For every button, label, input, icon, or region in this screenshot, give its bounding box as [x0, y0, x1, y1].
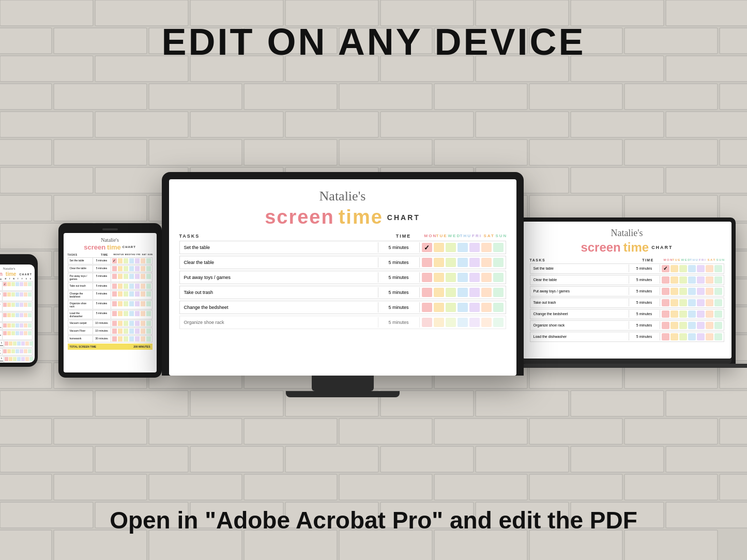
monitor-task-row-3: Put away toys / games 5 minutes: [179, 271, 506, 284]
laptop-screen: Natalie's screen time CHART TASKS TIME M…: [523, 222, 731, 359]
monitor-task-row-4: Take out trash 5 minutes: [179, 286, 506, 299]
laptop-hinge: [523, 359, 731, 364]
phone-notch: [0, 258, 20, 262]
monitor-task-row-5: Change the bedsheet 5 minutes: [179, 301, 506, 314]
tablet-chart-name: Natalie's: [101, 237, 119, 243]
phone-task-row-3: Put away toys 5 min: [0, 302, 33, 312]
monitor-time-header: TIME: [383, 234, 424, 239]
phone-device: Natalie's screen time CHART TASKS TIME M: [0, 254, 38, 367]
tablet-total-label: TOTAL SCREEN TIME: [70, 345, 97, 348]
tablet-total-value: 200 MINUTES: [133, 345, 150, 348]
monitor-base: [286, 391, 400, 397]
phone-mon-header: M: [4, 278, 8, 281]
monitor-stand: [312, 376, 374, 391]
laptop-task-row-1: Set the table 5 minutes ✓: [530, 263, 724, 274]
monitor-chart-name: Natalie's: [319, 189, 366, 204]
page-title: EDIT ON ANY DEVICE: [161, 21, 585, 63]
monitor-task-1-name: Set the table: [180, 242, 378, 253]
laptop-device: Natalie's screen time CHART TASKS TIME M…: [519, 217, 748, 368]
monitor-screen: Natalie's screen time CHART TASKS TIME M…: [169, 179, 516, 376]
monitor-task-row-2: Clear the table 5 minutes: [179, 256, 506, 269]
phone-title-word2: time: [6, 271, 17, 277]
phone-time-header: TIME: [0, 278, 4, 281]
phone-chart-label: CHART: [19, 273, 32, 276]
tablet-device: Natalie's screen time CHART TASKS TIME M…: [58, 223, 162, 378]
laptop-chart-name: Natalie's: [611, 228, 643, 239]
tablet-screen: Natalie's screen time CHART TASKS TIME M…: [64, 233, 157, 372]
phone-task-row: Set the table 5 min ✓: [0, 281, 33, 291]
phone-screen: Natalie's screen time CHART TASKS TIME M: [0, 265, 35, 363]
tablet-camera: [102, 228, 118, 230]
monitor-tasks-header: TASKS: [179, 234, 383, 239]
phone-title-word1: screen: [0, 271, 3, 277]
bottom-title: Open in "Adobe Acrobat Pro" and edit the…: [110, 506, 637, 534]
monitor-device: Natalie's screen time CHART TASKS TIME M…: [162, 172, 524, 397]
devices-row: Natalie's screen time CHART TASKS TIME M: [31, 63, 716, 506]
monitor-task-row-1: Set the table 5 minutes ✓: [179, 241, 506, 254]
phone-chart-name: Natalie's: [3, 267, 15, 271]
laptop-keyboard-base: [519, 364, 748, 368]
phone-task-row-2: Clear the table 5 min: [0, 291, 33, 301]
